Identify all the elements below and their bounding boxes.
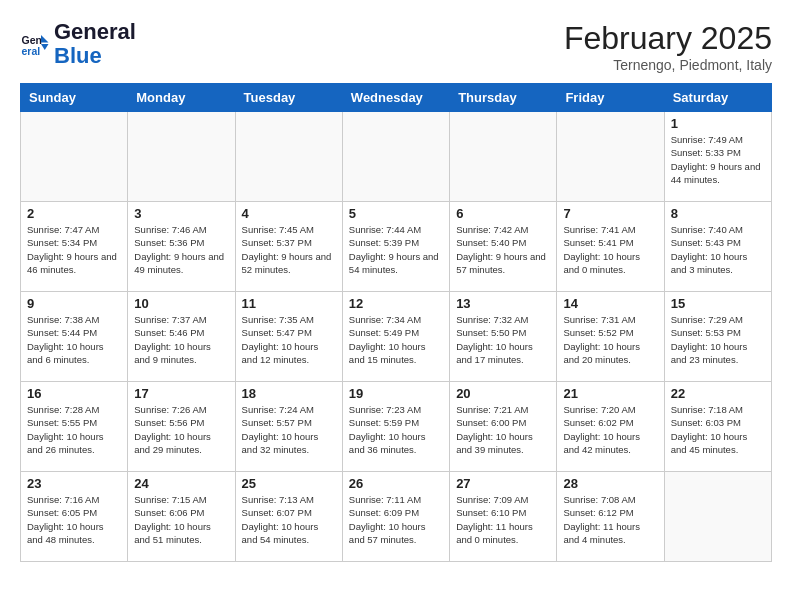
month-title: February 2025 <box>564 20 772 57</box>
day-info: Sunrise: 7:38 AM Sunset: 5:44 PM Dayligh… <box>27 313 121 366</box>
calendar-cell: 22Sunrise: 7:18 AM Sunset: 6:03 PM Dayli… <box>664 382 771 472</box>
day-number: 19 <box>349 386 443 401</box>
day-number: 23 <box>27 476 121 491</box>
logo-text: GeneralBlue <box>54 20 136 68</box>
day-number: 8 <box>671 206 765 221</box>
calendar-cell: 25Sunrise: 7:13 AM Sunset: 6:07 PM Dayli… <box>235 472 342 562</box>
svg-marker-3 <box>41 44 49 50</box>
weekday-header-thursday: Thursday <box>450 84 557 112</box>
day-number: 16 <box>27 386 121 401</box>
calendar-cell: 11Sunrise: 7:35 AM Sunset: 5:47 PM Dayli… <box>235 292 342 382</box>
svg-text:eral: eral <box>22 45 41 57</box>
day-number: 10 <box>134 296 228 311</box>
svg-marker-2 <box>41 35 49 43</box>
day-number: 14 <box>563 296 657 311</box>
day-number: 4 <box>242 206 336 221</box>
calendar-cell: 1Sunrise: 7:49 AM Sunset: 5:33 PM Daylig… <box>664 112 771 202</box>
calendar-header-row: SundayMondayTuesdayWednesdayThursdayFrid… <box>21 84 772 112</box>
day-info: Sunrise: 7:37 AM Sunset: 5:46 PM Dayligh… <box>134 313 228 366</box>
day-info: Sunrise: 7:31 AM Sunset: 5:52 PM Dayligh… <box>563 313 657 366</box>
day-info: Sunrise: 7:35 AM Sunset: 5:47 PM Dayligh… <box>242 313 336 366</box>
weekday-header-saturday: Saturday <box>664 84 771 112</box>
day-info: Sunrise: 7:09 AM Sunset: 6:10 PM Dayligh… <box>456 493 550 546</box>
day-info: Sunrise: 7:08 AM Sunset: 6:12 PM Dayligh… <box>563 493 657 546</box>
day-info: Sunrise: 7:44 AM Sunset: 5:39 PM Dayligh… <box>349 223 443 276</box>
day-info: Sunrise: 7:45 AM Sunset: 5:37 PM Dayligh… <box>242 223 336 276</box>
calendar-cell: 9Sunrise: 7:38 AM Sunset: 5:44 PM Daylig… <box>21 292 128 382</box>
calendar-cell: 19Sunrise: 7:23 AM Sunset: 5:59 PM Dayli… <box>342 382 449 472</box>
day-number: 1 <box>671 116 765 131</box>
day-info: Sunrise: 7:29 AM Sunset: 5:53 PM Dayligh… <box>671 313 765 366</box>
calendar-cell: 2Sunrise: 7:47 AM Sunset: 5:34 PM Daylig… <box>21 202 128 292</box>
calendar-cell <box>557 112 664 202</box>
day-info: Sunrise: 7:21 AM Sunset: 6:00 PM Dayligh… <box>456 403 550 456</box>
day-info: Sunrise: 7:15 AM Sunset: 6:06 PM Dayligh… <box>134 493 228 546</box>
day-number: 15 <box>671 296 765 311</box>
calendar-cell: 3Sunrise: 7:46 AM Sunset: 5:36 PM Daylig… <box>128 202 235 292</box>
calendar-cell: 5Sunrise: 7:44 AM Sunset: 5:39 PM Daylig… <box>342 202 449 292</box>
day-number: 11 <box>242 296 336 311</box>
location: Ternengo, Piedmont, Italy <box>564 57 772 73</box>
day-number: 12 <box>349 296 443 311</box>
calendar-cell <box>235 112 342 202</box>
day-number: 20 <box>456 386 550 401</box>
day-number: 9 <box>27 296 121 311</box>
day-number: 24 <box>134 476 228 491</box>
day-info: Sunrise: 7:41 AM Sunset: 5:41 PM Dayligh… <box>563 223 657 276</box>
calendar-cell: 8Sunrise: 7:40 AM Sunset: 5:43 PM Daylig… <box>664 202 771 292</box>
calendar-cell: 23Sunrise: 7:16 AM Sunset: 6:05 PM Dayli… <box>21 472 128 562</box>
day-number: 5 <box>349 206 443 221</box>
day-number: 13 <box>456 296 550 311</box>
calendar-table: SundayMondayTuesdayWednesdayThursdayFrid… <box>20 83 772 562</box>
day-info: Sunrise: 7:24 AM Sunset: 5:57 PM Dayligh… <box>242 403 336 456</box>
calendar-cell: 20Sunrise: 7:21 AM Sunset: 6:00 PM Dayli… <box>450 382 557 472</box>
day-number: 3 <box>134 206 228 221</box>
calendar-cell: 10Sunrise: 7:37 AM Sunset: 5:46 PM Dayli… <box>128 292 235 382</box>
calendar-week-2: 2Sunrise: 7:47 AM Sunset: 5:34 PM Daylig… <box>21 202 772 292</box>
calendar-cell <box>128 112 235 202</box>
calendar-cell: 17Sunrise: 7:26 AM Sunset: 5:56 PM Dayli… <box>128 382 235 472</box>
day-number: 17 <box>134 386 228 401</box>
logo: Gen eral GeneralBlue <box>20 20 136 68</box>
calendar-cell: 28Sunrise: 7:08 AM Sunset: 6:12 PM Dayli… <box>557 472 664 562</box>
day-info: Sunrise: 7:20 AM Sunset: 6:02 PM Dayligh… <box>563 403 657 456</box>
title-block: February 2025 Ternengo, Piedmont, Italy <box>564 20 772 73</box>
calendar-cell: 26Sunrise: 7:11 AM Sunset: 6:09 PM Dayli… <box>342 472 449 562</box>
calendar-cell: 21Sunrise: 7:20 AM Sunset: 6:02 PM Dayli… <box>557 382 664 472</box>
calendar-cell: 27Sunrise: 7:09 AM Sunset: 6:10 PM Dayli… <box>450 472 557 562</box>
calendar-week-4: 16Sunrise: 7:28 AM Sunset: 5:55 PM Dayli… <box>21 382 772 472</box>
day-number: 2 <box>27 206 121 221</box>
day-info: Sunrise: 7:40 AM Sunset: 5:43 PM Dayligh… <box>671 223 765 276</box>
day-info: Sunrise: 7:16 AM Sunset: 6:05 PM Dayligh… <box>27 493 121 546</box>
calendar-week-5: 23Sunrise: 7:16 AM Sunset: 6:05 PM Dayli… <box>21 472 772 562</box>
day-number: 25 <box>242 476 336 491</box>
calendar-cell: 13Sunrise: 7:32 AM Sunset: 5:50 PM Dayli… <box>450 292 557 382</box>
weekday-header-tuesday: Tuesday <box>235 84 342 112</box>
weekday-header-friday: Friday <box>557 84 664 112</box>
calendar-week-1: 1Sunrise: 7:49 AM Sunset: 5:33 PM Daylig… <box>21 112 772 202</box>
calendar-cell: 6Sunrise: 7:42 AM Sunset: 5:40 PM Daylig… <box>450 202 557 292</box>
day-number: 26 <box>349 476 443 491</box>
calendar-cell: 16Sunrise: 7:28 AM Sunset: 5:55 PM Dayli… <box>21 382 128 472</box>
day-number: 28 <box>563 476 657 491</box>
weekday-header-sunday: Sunday <box>21 84 128 112</box>
day-info: Sunrise: 7:49 AM Sunset: 5:33 PM Dayligh… <box>671 133 765 186</box>
weekday-header-wednesday: Wednesday <box>342 84 449 112</box>
day-info: Sunrise: 7:26 AM Sunset: 5:56 PM Dayligh… <box>134 403 228 456</box>
day-info: Sunrise: 7:46 AM Sunset: 5:36 PM Dayligh… <box>134 223 228 276</box>
calendar-cell: 24Sunrise: 7:15 AM Sunset: 6:06 PM Dayli… <box>128 472 235 562</box>
day-info: Sunrise: 7:47 AM Sunset: 5:34 PM Dayligh… <box>27 223 121 276</box>
weekday-header-monday: Monday <box>128 84 235 112</box>
day-info: Sunrise: 7:18 AM Sunset: 6:03 PM Dayligh… <box>671 403 765 456</box>
calendar-cell: 14Sunrise: 7:31 AM Sunset: 5:52 PM Dayli… <box>557 292 664 382</box>
day-number: 7 <box>563 206 657 221</box>
calendar-cell: 7Sunrise: 7:41 AM Sunset: 5:41 PM Daylig… <box>557 202 664 292</box>
day-info: Sunrise: 7:13 AM Sunset: 6:07 PM Dayligh… <box>242 493 336 546</box>
calendar-week-3: 9Sunrise: 7:38 AM Sunset: 5:44 PM Daylig… <box>21 292 772 382</box>
day-number: 6 <box>456 206 550 221</box>
calendar-cell <box>21 112 128 202</box>
calendar-cell <box>342 112 449 202</box>
logo-icon: Gen eral <box>20 29 50 59</box>
calendar-cell: 15Sunrise: 7:29 AM Sunset: 5:53 PM Dayli… <box>664 292 771 382</box>
calendar-cell <box>664 472 771 562</box>
